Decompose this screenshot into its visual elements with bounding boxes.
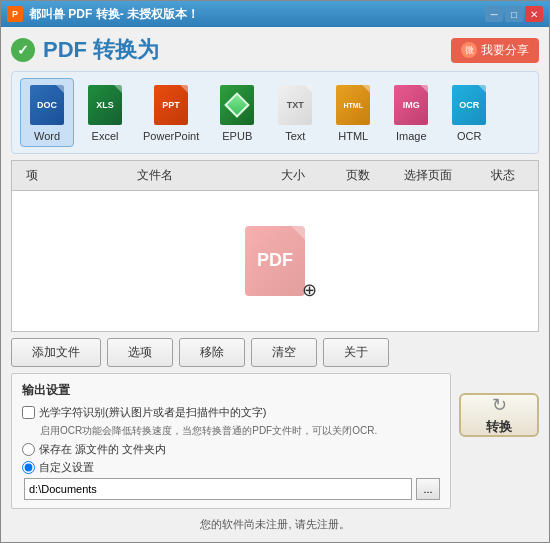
radio-custom[interactable] — [22, 461, 35, 474]
output-settings: 输出设置 光学字符识别(辨认图片或者是扫描件中的文字) 启用OCR功能会降低转换… — [11, 373, 451, 509]
output-convert-row: 输出设置 光学字符识别(辨认图片或者是扫描件中的文字) 启用OCR功能会降低转换… — [11, 373, 539, 509]
format-img-image: IMG — [392, 83, 430, 127]
col-pages: 页数 — [328, 165, 388, 186]
format-img-ocr: OCR — [450, 83, 488, 127]
table-body: PDF ⊕ — [12, 191, 538, 331]
clear-button[interactable]: 清空 — [251, 338, 317, 367]
convert-button-wrapper: ↻ 转换 — [459, 373, 539, 437]
weibo-icon: 微 — [461, 42, 477, 58]
format-icon-excel[interactable]: XLS Excel — [78, 78, 132, 147]
output-section: 输出设置 光学字符识别(辨认图片或者是扫描件中的文字) 启用OCR功能会降低转换… — [11, 373, 451, 509]
title-buttons: ─ □ ✕ — [485, 6, 543, 22]
format-label-image: Image — [396, 130, 427, 142]
options-button[interactable]: 选项 — [107, 338, 173, 367]
ocr-checkbox[interactable] — [22, 406, 35, 419]
main-window: P 都叫兽 PDF 转换- 未授权版本！ ─ □ ✕ ✓ PDF 转换为 微 我… — [0, 0, 550, 543]
table-header: 项 文件名 大小 页数 选择页面 状态 — [12, 161, 538, 191]
browse-button[interactable]: ... — [416, 478, 440, 500]
format-img-text: TXT — [276, 83, 314, 127]
path-input[interactable] — [24, 478, 412, 500]
format-img-html: HTML — [334, 83, 372, 127]
radio-source[interactable] — [22, 443, 35, 456]
minimize-button[interactable]: ─ — [485, 6, 503, 22]
radio-custom-row: 自定义设置 — [22, 460, 440, 475]
format-icon-ppt[interactable]: PPT PowerPoint — [136, 78, 206, 147]
title-bar: P 都叫兽 PDF 转换- 未授权版本！ ─ □ ✕ — [1, 1, 549, 27]
action-buttons-row: 添加文件 选项 移除 清空 关于 — [11, 338, 539, 367]
col-no: 项 — [12, 165, 52, 186]
file-table: 项 文件名 大小 页数 选择页面 状态 PDF ⊕ — [11, 160, 539, 332]
path-row: ... — [24, 478, 440, 500]
status-text: 您的软件尚未注册, 请先注册。 — [200, 518, 349, 530]
checkmark-symbol: ✓ — [17, 42, 29, 58]
remove-button[interactable]: 移除 — [179, 338, 245, 367]
format-label-excel: Excel — [92, 130, 119, 142]
checkmark-icon: ✓ — [11, 38, 35, 62]
convert-button[interactable]: ↻ 转换 — [459, 393, 539, 437]
add-file-button[interactable]: 添加文件 — [11, 338, 101, 367]
format-img-excel: XLS — [86, 83, 124, 127]
format-icon-image[interactable]: IMG Image — [384, 78, 438, 147]
convert-label: 转换 — [486, 418, 512, 436]
output-section-title: 输出设置 — [22, 382, 440, 399]
top-bar: ✓ PDF 转换为 微 我要分享 — [11, 35, 539, 65]
ocr-label: 光学字符识别(辨认图片或者是扫描件中的文字) — [39, 405, 266, 420]
format-label-text: Text — [285, 130, 305, 142]
col-status: 状态 — [468, 165, 538, 186]
about-button[interactable]: 关于 — [323, 338, 389, 367]
ocr-hint: 启用OCR功能会降低转换速度，当您转换普通的PDF文件时，可以关闭OCR. — [40, 424, 440, 438]
format-icons-row: DOC Word XLS Excel PPT PowerPoint EPUB T… — [11, 71, 539, 154]
format-icon-epub[interactable]: EPUB — [210, 78, 264, 147]
format-icon-ocr[interactable]: OCR OCR — [442, 78, 496, 147]
col-size: 大小 — [258, 165, 328, 186]
format-img-ppt: PPT — [152, 83, 190, 127]
window-title: 都叫兽 PDF 转换- 未授权版本！ — [29, 6, 199, 23]
maximize-button[interactable]: □ — [505, 6, 523, 22]
format-img-word: DOC — [28, 83, 66, 127]
format-icon-text[interactable]: TXT Text — [268, 78, 322, 147]
format-label-word: Word — [34, 130, 60, 142]
pdf-text: PDF — [257, 250, 293, 271]
convert-icon: ↻ — [492, 394, 507, 416]
ocr-checkbox-row: 光学字符识别(辨认图片或者是扫描件中的文字) — [22, 405, 440, 420]
radio-source-label: 保存在 源文件的 文件夹内 — [39, 442, 166, 457]
radio-source-row: 保存在 源文件的 文件夹内 — [22, 442, 440, 457]
title-bar-left: P 都叫兽 PDF 转换- 未授权版本！ — [7, 6, 199, 23]
share-label: 我要分享 — [481, 42, 529, 59]
format-label-epub: EPUB — [222, 130, 252, 142]
close-button[interactable]: ✕ — [525, 6, 543, 22]
format-label-html: HTML — [338, 130, 368, 142]
cursor-add-icon: ⊕ — [302, 279, 317, 301]
main-content: ✓ PDF 转换为 微 我要分享 DOC Word XLS Excel PPT … — [1, 27, 549, 542]
empty-state: PDF — [245, 226, 305, 296]
col-select: 选择页面 — [388, 165, 468, 186]
pdf-title: PDF 转换为 — [43, 35, 159, 65]
format-label-ppt: PowerPoint — [143, 130, 199, 142]
format-icon-html[interactable]: HTML HTML — [326, 78, 380, 147]
format-img-epub — [218, 83, 256, 127]
pdf-logo: ✓ PDF 转换为 — [11, 35, 159, 65]
format-label-ocr: OCR — [457, 130, 481, 142]
format-icon-word[interactable]: DOC Word — [20, 78, 74, 147]
app-icon: P — [7, 6, 23, 22]
radio-custom-label: 自定义设置 — [39, 460, 94, 475]
share-button[interactable]: 微 我要分享 — [451, 38, 539, 63]
pdf-placeholder-icon: PDF — [245, 226, 305, 296]
col-name: 文件名 — [52, 165, 258, 186]
status-bar: 您的软件尚未注册, 请先注册。 — [11, 515, 539, 534]
